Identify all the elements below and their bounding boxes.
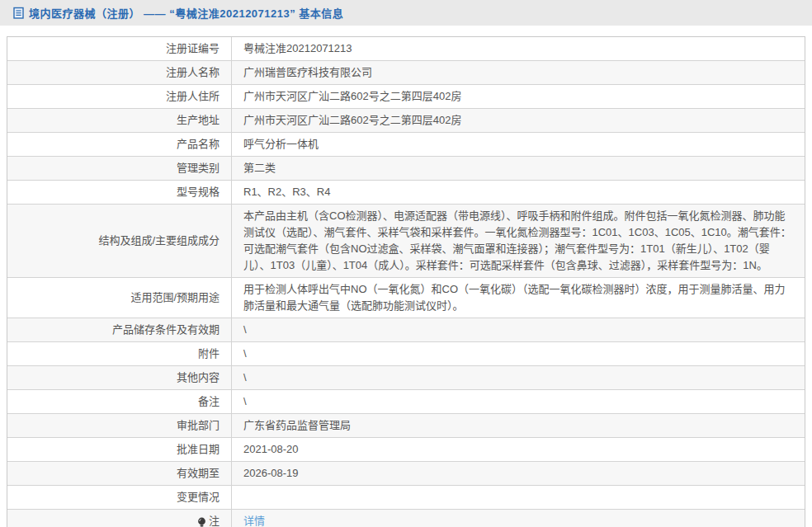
row-label-text: 产品储存条件及有效期 (112, 322, 220, 338)
row-label: 产品储存条件及有效期 (7, 318, 232, 341)
row-label-text: 审批部门 (177, 417, 220, 434)
row-value: \ (232, 366, 805, 389)
table-row: 注册人名称广州瑞普医疗科技有限公司 (7, 60, 805, 84)
row-label: 注册人住所 (7, 85, 232, 108)
note-detail-link[interactable]: 详情 (243, 513, 265, 527)
row-label-text: 产品名称 (177, 136, 220, 153)
row-value: 详情 (232, 510, 805, 527)
row-label-text: 备注 (198, 393, 220, 410)
row-value-text: 呼气分析一体机 (243, 136, 319, 153)
row-value-text: 广东省药品监督管理局 (243, 417, 351, 434)
row-label: 变更情况 (7, 486, 232, 509)
row-value: 用于检测人体呼出气中NO（一氧化氮）和CO（一氧化碳）（选配一氧化碳检测器时）浓… (232, 278, 805, 318)
row-value: \ (232, 318, 805, 341)
table-row: 附件\ (7, 341, 805, 365)
row-label-text: 结构及组成/主要组成成分 (98, 233, 220, 249)
row-value-text: 广州市天河区广汕二路602号之二第四层402房 (243, 88, 461, 105)
row-value-text: 本产品由主机（含CO检测器）、电源适配器（带电源线）、呼吸手柄和附件组成。附件包… (243, 208, 793, 274)
row-label-text: 附件 (198, 346, 220, 362)
table-row: 其他内容\ (7, 365, 805, 389)
row-value-text: 粤械注准20212071213 (243, 40, 352, 57)
row-value-text: \ (243, 369, 247, 386)
row-label-text: 注册证编号 (166, 40, 220, 57)
row-value: 2026-08-19 (232, 462, 805, 485)
bulb-icon (197, 517, 206, 527)
row-value: R1、R2、R3、R4 (232, 181, 805, 204)
row-value: 广州市天河区广汕二路602号之二第四层402房 (232, 85, 805, 108)
row-value-text: 广州瑞普医疗科技有限公司 (243, 64, 372, 81)
row-label-text: 注册人名称 (166, 64, 220, 81)
row-label-text: 其他内容 (177, 369, 220, 386)
table-row: 结构及组成/主要组成成分本产品由主机（含CO检测器）、电源适配器（带电源线）、呼… (7, 204, 805, 277)
row-label: 注册人名称 (7, 61, 232, 84)
table-row: 变更情况 (7, 485, 805, 509)
row-value: 2021-08-20 (232, 438, 805, 461)
table-row: 备注\ (7, 389, 805, 413)
row-label-text: 型号规格 (177, 184, 220, 200)
row-value-text: 用于检测人体呼出气中NO（一氧化氮）和CO（一氧化碳）（选配一氧化碳检测器时）浓… (243, 281, 793, 314)
row-value-text: 2026-08-19 (243, 465, 299, 482)
row-value: 粤械注准20212071213 (232, 37, 805, 60)
table-row: 产品名称呼气分析一体机 (7, 132, 805, 156)
row-label: 批准日期 (7, 438, 232, 461)
row-label-text: 注册人住所 (166, 88, 220, 105)
table-row: 审批部门广东省药品监督管理局 (7, 413, 805, 437)
row-label: 附件 (7, 342, 232, 365)
row-value: 第二类 (232, 157, 805, 180)
row-label: 适用范围/预期用途 (7, 278, 232, 318)
row-value-text: \ (243, 322, 247, 338)
table-row: 生产地址广州市天河区广汕二路602号之二第四层402房 (7, 108, 805, 132)
row-value: 呼气分析一体机 (232, 133, 805, 156)
table-row: 管理类别第二类 (7, 156, 805, 180)
row-label: 有效期至 (7, 462, 232, 485)
row-label: 注 (7, 510, 232, 527)
row-value-text: 广州市天河区广汕二路602号之二第四层402房 (243, 112, 461, 129)
row-label: 注册证编号 (7, 37, 232, 60)
row-value: 本产品由主机（含CO检测器）、电源适配器（带电源线）、呼吸手柄和附件组成。附件包… (232, 205, 805, 277)
row-label: 生产地址 (7, 109, 232, 132)
table-row: 型号规格R1、R2、R3、R4 (7, 180, 805, 204)
row-value-text: 2021-08-20 (243, 441, 299, 458)
row-label-text: 注 (209, 513, 220, 527)
row-label: 型号规格 (7, 181, 232, 204)
row-value: \ (232, 390, 805, 413)
row-value: 广州市天河区广汕二路602号之二第四层402房 (232, 109, 805, 132)
row-label-text: 生产地址 (177, 112, 220, 129)
page-header: 境内医疗器械（注册） —— “粤械注准20212071213” 基本信息 (0, 0, 812, 26)
row-value: 广东省药品监督管理局 (232, 414, 805, 437)
row-label-text: 批准日期 (177, 441, 220, 458)
row-label: 备注 (7, 390, 232, 413)
row-value-text: \ (243, 346, 247, 362)
table-row: 产品储存条件及有效期\ (7, 318, 805, 341)
table-row: 适用范围/预期用途用于检测人体呼出气中NO（一氧化氮）和CO（一氧化碳）（选配一… (7, 277, 805, 318)
row-label: 审批部门 (7, 414, 232, 437)
table-row: 注详情 (7, 509, 805, 527)
row-value: 广州瑞普医疗科技有限公司 (232, 61, 805, 84)
page-title: 境内医疗器械（注册） —— “粤械注准20212071213” 基本信息 (29, 5, 343, 21)
row-value: \ (232, 342, 805, 365)
row-value-text: \ (243, 393, 247, 410)
table-row: 注册人住所广州市天河区广汕二路602号之二第四层402房 (7, 84, 805, 108)
row-value-text: R1、R2、R3、R4 (243, 184, 330, 200)
row-label: 产品名称 (7, 133, 232, 156)
row-value-text: 第二类 (243, 160, 276, 176)
row-label-text: 管理类别 (177, 160, 220, 176)
row-label: 结构及组成/主要组成成分 (7, 205, 232, 277)
row-label-text: 变更情况 (177, 489, 220, 506)
row-label-text: 有效期至 (177, 465, 220, 482)
row-value (232, 486, 805, 509)
table-row: 批准日期2021-08-20 (7, 437, 805, 461)
registration-info-table: 注册证编号粤械注准20212071213注册人名称广州瑞普医疗科技有限公司注册人… (7, 36, 805, 527)
row-label: 管理类别 (7, 157, 232, 180)
row-label-text: 适用范围/预期用途 (130, 289, 220, 306)
table-row: 注册证编号粤械注准20212071213 (7, 37, 805, 60)
row-label: 其他内容 (7, 366, 232, 389)
table-row: 有效期至2026-08-19 (7, 461, 805, 485)
document-icon (13, 7, 24, 19)
